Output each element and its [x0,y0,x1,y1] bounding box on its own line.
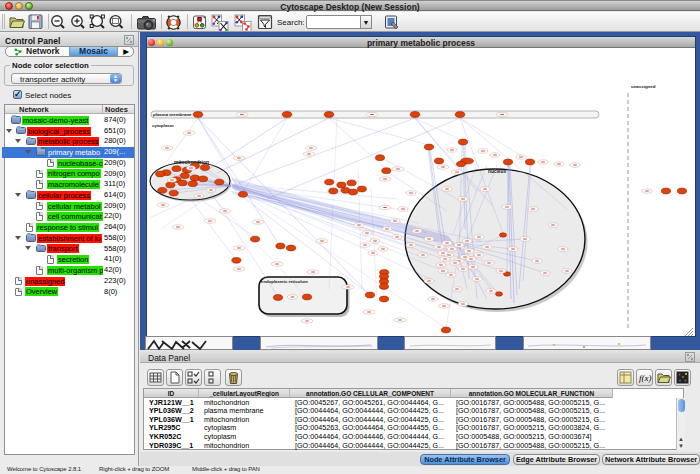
svg-text:unassigned: unassigned [631,84,656,89]
svg-text:f(x): f(x) [639,373,652,383]
svg-text:endoplasmic reticulum: endoplasmic reticulum [261,279,308,284]
svg-text:cytoplasm: cytoplasm [152,123,174,128]
svg-text:plasma membrane: plasma membrane [153,112,192,117]
svg-text:nucleus: nucleus [488,169,506,174]
